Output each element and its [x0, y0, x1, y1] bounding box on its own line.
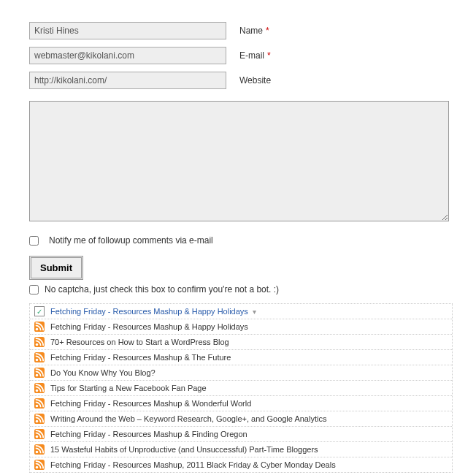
svg-point-5	[36, 359, 39, 362]
post-item[interactable]: Fetching Friday - Resources Mashup & Fin…	[30, 427, 452, 442]
email-label: E-mail	[239, 50, 264, 61]
post-link[interactable]: Fetching Friday - Resources Mashup & Hap…	[50, 307, 248, 316]
svg-point-1	[36, 328, 39, 331]
post-item[interactable]: Do You Know Why You Blog?	[30, 365, 452, 381]
post-link[interactable]: Fetching Friday - Resources Mashup, 2011…	[50, 460, 336, 469]
bot-label: No captcha, just check this box to confi…	[45, 284, 279, 294]
chevron-down-icon[interactable]: ▾	[253, 308, 256, 316]
rss-icon	[34, 352, 45, 362]
post-link[interactable]: Fetching Friday - Resources Mashup & Won…	[50, 399, 251, 408]
comment-textarea[interactable]	[29, 101, 449, 221]
website-input[interactable]	[29, 72, 226, 89]
post-link[interactable]: Writing Around the Web – Keyword Researc…	[50, 414, 326, 423]
name-input[interactable]	[29, 22, 226, 39]
post-item[interactable]: 15 Wasteful Habits of Unproductive (and …	[30, 442, 452, 457]
rss-icon	[34, 322, 45, 332]
svg-point-13	[36, 420, 39, 423]
post-item[interactable]: Writing Around the Web – Keyword Researc…	[30, 411, 452, 427]
website-label: Website	[239, 75, 271, 86]
svg-point-15	[36, 436, 39, 438]
svg-point-17	[36, 451, 39, 454]
post-list: ✓ Fetching Friday - Resources Mashup & H…	[29, 303, 453, 473]
rss-icon	[34, 460, 45, 470]
post-item[interactable]: Tips for Starting a New Facebook Fan Pag…	[30, 381, 452, 396]
rss-icon	[34, 414, 45, 424]
submit-button[interactable]: Submit	[29, 256, 83, 280]
rss-icon	[34, 398, 45, 408]
post-item[interactable]: Fetching Friday - Resources Mashup & The…	[30, 350, 452, 365]
svg-point-7	[36, 374, 39, 377]
notify-label: Notify me of followup comments via e-mai…	[49, 235, 213, 246]
rss-icon	[34, 383, 45, 393]
post-item[interactable]: 70+ Resources on How to Start a WordPres…	[30, 335, 452, 350]
name-required: *	[266, 26, 269, 36]
notify-checkbox[interactable]	[29, 236, 39, 246]
post-link[interactable]: Fetching Friday - Resources Mashup & Fin…	[50, 430, 247, 438]
post-link[interactable]: 15 Wasteful Habits of Unproductive (and …	[50, 445, 318, 454]
rss-icon	[34, 368, 45, 378]
email-required: *	[267, 50, 271, 61]
svg-point-11	[36, 405, 39, 408]
rss-icon	[34, 337, 45, 347]
svg-point-19	[36, 466, 39, 469]
post-link[interactable]: Do You Know Why You Blog?	[50, 368, 156, 377]
svg-point-3	[36, 343, 39, 346]
rss-icon	[34, 429, 45, 439]
check-icon: ✓	[34, 306, 45, 316]
email-input[interactable]	[29, 47, 226, 64]
rss-icon	[34, 444, 45, 455]
post-link[interactable]: Fetching Friday - Resources Mashup & The…	[50, 353, 231, 362]
name-label: Name	[239, 26, 263, 36]
bot-checkbox[interactable]	[29, 285, 39, 294]
post-item-selected[interactable]: ✓ Fetching Friday - Resources Mashup & H…	[30, 304, 452, 319]
svg-point-9	[36, 390, 39, 392]
post-link[interactable]: Fetching Friday - Resources Mashup & Hap…	[50, 322, 248, 331]
post-item[interactable]: Fetching Friday - Resources Mashup, 2011…	[30, 457, 452, 472]
post-link[interactable]: 70+ Resources on How to Start a WordPres…	[50, 338, 229, 346]
post-link[interactable]: Tips for Starting a New Facebook Fan Pag…	[50, 384, 207, 392]
post-item[interactable]: Fetching Friday - Resources Mashup & Won…	[30, 396, 452, 411]
post-item[interactable]: Fetching Friday - Resources Mashup & Hap…	[30, 319, 452, 335]
